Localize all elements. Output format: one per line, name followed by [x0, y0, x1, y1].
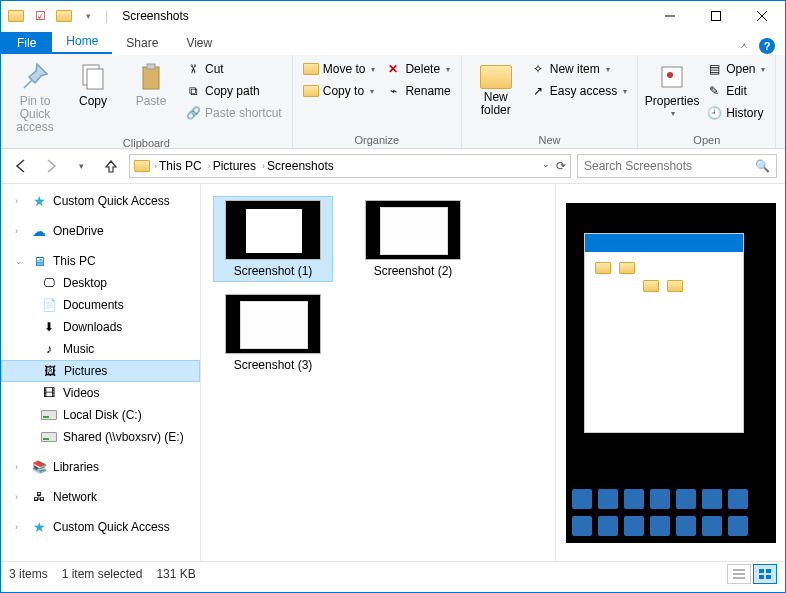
recent-dropdown[interactable]: ▾: [69, 154, 93, 178]
qat-dropdown-icon[interactable]: ▾: [77, 5, 99, 27]
tree-videos[interactable]: 🎞Videos: [1, 382, 200, 404]
view-switcher: [727, 564, 777, 584]
svg-rect-5: [87, 69, 103, 89]
crumb-pictures[interactable]: Pictures: [213, 159, 256, 173]
select-none-button[interactable]: ⊟Select none: [782, 81, 786, 101]
paste-button[interactable]: Paste: [123, 57, 179, 108]
netdrive-icon: [41, 429, 57, 445]
tree-music[interactable]: ♪Music: [1, 338, 200, 360]
svg-rect-15: [759, 575, 764, 579]
invert-selection-button[interactable]: ⊡Invert selection: [782, 103, 786, 123]
network-icon: 🖧: [31, 489, 47, 505]
new-folder-icon: [480, 65, 512, 89]
tree-pictures[interactable]: 🖼Pictures: [1, 360, 200, 382]
chevron-down-icon: ▾: [371, 65, 375, 74]
new-item-icon: ✧: [530, 61, 546, 77]
delete-button[interactable]: ✕Delete▾: [381, 59, 454, 79]
copy-path-button[interactable]: ⧉Copy path: [181, 81, 286, 101]
folder-icon: [5, 5, 27, 27]
qat-properties-icon[interactable]: ☑: [29, 5, 51, 27]
back-button[interactable]: [9, 154, 33, 178]
tree-desktop[interactable]: 🖵Desktop: [1, 272, 200, 294]
move-to-icon: [303, 61, 319, 77]
ribbon-tab-strip: File Home Share View ㅅ ?: [1, 31, 785, 55]
file-list[interactable]: Screenshot (1) Screenshot (2) Screenshot…: [201, 184, 555, 561]
tree-thispc[interactable]: ⌄🖥This PC: [1, 250, 200, 272]
forward-button[interactable]: [39, 154, 63, 178]
up-button[interactable]: [99, 154, 123, 178]
music-icon: ♪: [41, 341, 57, 357]
star-icon: ★: [31, 519, 47, 535]
copy-path-icon: ⧉: [185, 83, 201, 99]
paste-shortcut-icon: 🔗: [185, 105, 201, 121]
chevron-down-icon: ▾: [446, 65, 450, 74]
select-all-button[interactable]: ⊞Select all: [782, 59, 786, 79]
details-view-button[interactable]: [727, 564, 751, 584]
copy-button[interactable]: Copy: [65, 57, 121, 108]
tab-share[interactable]: Share: [112, 32, 172, 54]
clipboard-group-label: Clipboard: [7, 135, 286, 151]
navigation-pane[interactable]: ›★Custom Quick Access ›☁OneDrive ⌄🖥This …: [1, 184, 201, 561]
open-button[interactable]: ▤Open▾: [702, 59, 769, 79]
tree-libraries[interactable]: ›📚Libraries: [1, 456, 200, 478]
documents-icon: 📄: [41, 297, 57, 313]
properties-button[interactable]: Properties ▾: [644, 57, 700, 119]
move-to-button[interactable]: Move to▾: [299, 59, 380, 79]
desktop-icon: 🖵: [41, 275, 57, 291]
easy-access-button[interactable]: ↗Easy access▾: [526, 81, 631, 101]
cloud-icon: ☁: [31, 223, 47, 239]
paste-icon: [135, 61, 167, 93]
address-bar[interactable]: ›This PC ›Pictures ›Screenshots ⌄ ⟳: [129, 154, 571, 178]
tree-documents[interactable]: 📄Documents: [1, 294, 200, 316]
preview-thumbnail: [566, 203, 776, 543]
close-button[interactable]: [739, 1, 785, 31]
thumbnail: [225, 294, 321, 354]
main-area: ›★Custom Quick Access ›☁OneDrive ⌄🖥This …: [1, 183, 785, 561]
new-item-button[interactable]: ✧New item▾: [526, 59, 631, 79]
svg-rect-1: [712, 12, 721, 21]
cut-button[interactable]: ✂Cut: [181, 59, 286, 79]
file-item[interactable]: Screenshot (2): [353, 196, 473, 282]
window-title: Screenshots: [122, 9, 189, 23]
maximize-button[interactable]: [693, 1, 739, 31]
refresh-icon[interactable]: ⟳: [556, 159, 566, 173]
rename-button[interactable]: ⌁Rename: [381, 81, 454, 101]
svg-rect-6: [143, 67, 159, 89]
search-input[interactable]: Search Screenshots 🔍: [577, 154, 777, 178]
edit-icon: ✎: [706, 83, 722, 99]
edit-button[interactable]: ✎Edit: [702, 81, 769, 101]
properties-icon: [656, 61, 688, 93]
tab-view[interactable]: View: [172, 32, 226, 54]
tree-downloads[interactable]: ⬇Downloads: [1, 316, 200, 338]
content-area: Screenshot (1) Screenshot (2) Screenshot…: [201, 184, 785, 561]
tab-file[interactable]: File: [1, 32, 52, 54]
ribbon: Pin to Quick access Copy Paste ✂Cut ⧉Cop…: [1, 55, 785, 149]
svg-rect-13: [759, 569, 764, 573]
paste-shortcut-button[interactable]: 🔗Paste shortcut: [181, 103, 286, 123]
address-dropdown-icon[interactable]: ⌄: [542, 159, 550, 173]
tree-custom-quick-access[interactable]: ›★Custom Quick Access: [1, 190, 200, 212]
navigation-row: ▾ ›This PC ›Pictures ›Screenshots ⌄ ⟳ Se…: [1, 149, 785, 183]
tree-onedrive[interactable]: ›☁OneDrive: [1, 220, 200, 242]
qat-newfolder-icon[interactable]: [53, 5, 75, 27]
copy-to-button[interactable]: Copy to▾: [299, 81, 380, 101]
new-folder-button[interactable]: New folder: [468, 57, 524, 117]
copy-to-icon: [303, 83, 319, 99]
help-icon[interactable]: ?: [759, 38, 775, 54]
tree-localdisk[interactable]: Local Disk (C:): [1, 404, 200, 426]
history-button[interactable]: 🕘History: [702, 103, 769, 123]
file-item[interactable]: Screenshot (1): [213, 196, 333, 282]
search-icon: 🔍: [755, 159, 770, 173]
pin-quick-access-button[interactable]: Pin to Quick access: [7, 57, 63, 135]
tab-home[interactable]: Home: [52, 30, 112, 54]
tree-network[interactable]: ›🖧Network: [1, 486, 200, 508]
tree-shared[interactable]: Shared (\\vboxsrv) (E:): [1, 426, 200, 448]
minimize-button[interactable]: [647, 1, 693, 31]
svg-point-9: [667, 72, 673, 78]
thumbnails-view-button[interactable]: [753, 564, 777, 584]
tree-custom-quick-access-2[interactable]: ›★Custom Quick Access: [1, 516, 200, 538]
crumb-screenshots[interactable]: Screenshots: [267, 159, 334, 173]
crumb-thispc[interactable]: This PC: [159, 159, 202, 173]
ribbon-collapse-icon[interactable]: ㅅ: [739, 39, 749, 53]
file-item[interactable]: Screenshot (3): [213, 290, 333, 376]
